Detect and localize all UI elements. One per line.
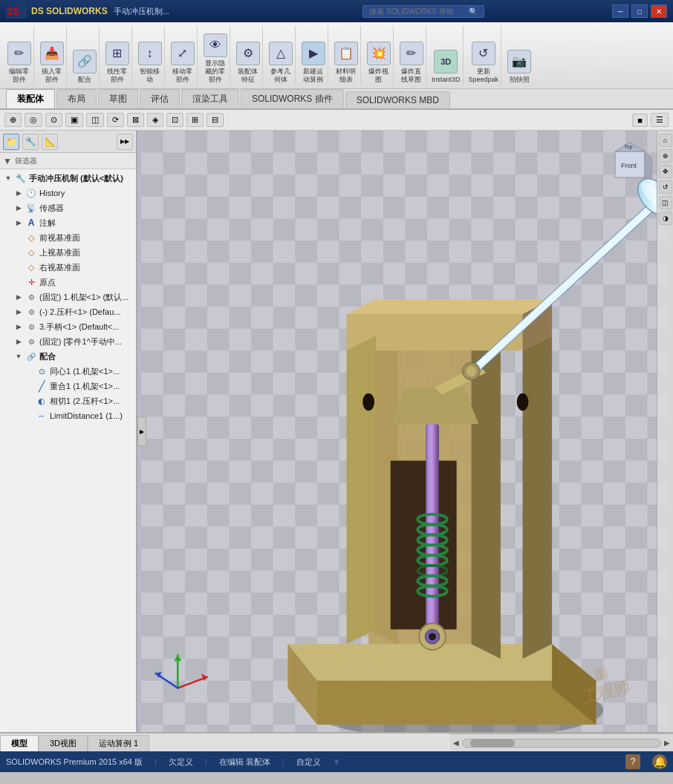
tab-sketch[interactable]: 草图 (98, 89, 138, 108)
help-button[interactable]: ? (625, 754, 640, 769)
main-toolbar: ✏ 编辑零 部件 📥 插入零 部件 🔗 配合 ⊞ 线性零 部件 ↕ 智能移 动 … (0, 22, 673, 89)
scrollbar-area: ◀ ▶ (450, 734, 673, 751)
mate-label: 配合 (78, 76, 91, 84)
smart-move-icon[interactable]: ↕ (138, 42, 162, 65)
view-btn-7[interactable]: ⊠ (127, 113, 144, 127)
speedpak-icon[interactable]: ↺ (472, 42, 495, 65)
panel-tab-config[interactable]: 📐 (42, 134, 58, 150)
tree-item-top-plane[interactable]: ◇ 上视基准面 (0, 245, 136, 260)
view-btn-3[interactable]: ⊙ (45, 113, 62, 127)
horizontal-scrollbar[interactable] (462, 739, 661, 748)
view-btn-5[interactable]: ◫ (86, 113, 104, 127)
tree-item-frame[interactable]: ▶ ⚙ (固定) 1.机架<1> (默认... (0, 290, 136, 304)
top-plane-icon: ◇ (25, 246, 37, 258)
view-options-btn[interactable]: ☰ (651, 113, 669, 127)
tab-layout[interactable]: 布局 (56, 89, 97, 108)
tree-item-origin[interactable]: ✛ 原点 (0, 275, 136, 290)
explode-sketch-icon[interactable]: ✏ (400, 42, 423, 65)
explode-view-icon[interactable]: 💥 (367, 42, 391, 65)
view-section-btn[interactable]: ◫ (659, 196, 672, 209)
panel-expand-btn[interactable]: ▶▶ (117, 134, 133, 150)
svg-point-31 (466, 366, 476, 376)
tree-item-concentric1[interactable]: ⊙ 同心1 (1.机架<1>... (0, 364, 136, 379)
handle-expand-icon: ▶ (13, 321, 24, 332)
tab-assembly[interactable]: 装配体 (6, 89, 55, 108)
tab-motion-study[interactable]: 运动算例 1 (88, 735, 149, 751)
svg-text:Top: Top (624, 144, 632, 150)
view-cube[interactable]: Front Top (608, 137, 652, 181)
view-btn-8[interactable]: ◈ (147, 113, 163, 127)
ref-geom-icon[interactable]: △ (269, 42, 293, 65)
view-display-btn[interactable]: ■ (632, 114, 648, 127)
tree-item-annotations[interactable]: ▶ A 注解 (0, 215, 136, 230)
view-pan-btn[interactable]: ✥ (659, 165, 672, 178)
tree-item-tangent1[interactable]: ◐ 相切1 (2.压杆<1>... (0, 393, 136, 408)
view-home-btn[interactable]: ⌂ (659, 134, 672, 147)
tab-3d-view[interactable]: 3D视图 (39, 735, 88, 751)
main-content: 📁 🔧 📐 ▶▶ ▼ 筛选器 ▼ 🔧 手动冲压机制 (默认<默认) ▶ 🕐 Hi… (0, 131, 673, 732)
scrollbar-thumb[interactable] (470, 739, 515, 747)
close-button[interactable]: ✕ (651, 4, 667, 18)
view-zoom-btn[interactable]: ⊕ (659, 149, 672, 163)
filter-bar: ▼ 筛选器 (0, 153, 136, 169)
minimize-button[interactable]: ─ (612, 4, 628, 18)
tree-item-right-plane[interactable]: ◇ 右视基准面 (0, 260, 136, 275)
snapshot-icon[interactable]: 📷 (507, 50, 531, 74)
tree-history-label: History (39, 189, 65, 197)
tree-item-handle[interactable]: ▶ ⚙ 3.手柄<1> (Default<... (0, 319, 136, 334)
tab-evaluate[interactable]: 评估 (140, 89, 180, 108)
show-hide-icon[interactable]: 👁 (204, 33, 227, 57)
notifications-button[interactable]: 🔔 (652, 754, 667, 769)
mate-icon[interactable]: 🔗 (73, 50, 97, 74)
root-expand-icon: ▼ (3, 173, 13, 183)
view-appearance-btn[interactable]: ◑ (659, 212, 672, 225)
assembly-feature-icon[interactable]: ⚙ (236, 42, 260, 65)
viewport[interactable]: Front Top 国 工程师 ⌂ ⊕ ✥ ↺ ◫ ◑ ▶ (137, 131, 673, 732)
maximize-button[interactable]: □ (631, 4, 648, 18)
search-input[interactable] (369, 7, 466, 16)
instant3d-icon[interactable]: 3D (434, 50, 458, 74)
scroll-left-btn[interactable]: ◀ (453, 739, 459, 747)
view-btn-6[interactable]: ⟳ (107, 113, 124, 127)
expand-left-panel-btn[interactable]: ▶ (137, 416, 146, 446)
view-btn-10[interactable]: ⊞ (186, 113, 204, 127)
tab-solidworks-mbd[interactable]: SOLIDWORKS MBD (345, 91, 450, 108)
tree-item-rod[interactable]: ▶ ⚙ (-) 2.压杆<1> (Defau... (0, 304, 136, 319)
tab-solidworks-plugins[interactable]: SOLIDWORKS 插件 (241, 89, 344, 108)
bottom-bar: 模型 3D视图 运动算例 1 ◀ ▶ (0, 732, 673, 751)
view-btn-2[interactable]: ◎ (25, 113, 42, 127)
linear-icon[interactable]: ⊞ (105, 42, 129, 65)
tree-area[interactable]: ▼ 🔧 手动冲压机制 (默认<默认) ▶ 🕐 History ▶ 📡 传感器 ▶… (0, 169, 136, 732)
tree-item-coincident1[interactable]: ╱ 重合1 (1.机架<1>... (0, 379, 136, 393)
model-tabs: 模型 3D视图 运动算例 1 (0, 734, 149, 751)
svg-point-46 (362, 393, 374, 411)
tree-item-limit-distance1[interactable]: ↔ LimitDistance1 (1...) (0, 408, 136, 423)
tree-item-mates[interactable]: ▼ 🔗 配合 (0, 349, 136, 364)
frame-icon: ⚙ (25, 291, 37, 303)
view-btn-4[interactable]: ▣ (65, 113, 83, 127)
root-assembly-icon: 🔧 (15, 172, 27, 184)
panel-tab-tree[interactable]: 📁 (3, 134, 19, 150)
panel-tab-properties[interactable]: 🔧 (22, 134, 39, 150)
tree-right-plane-label: 右视基准面 (39, 262, 80, 273)
view-btn-9[interactable]: ⊡ (166, 113, 183, 127)
tree-item-sensors[interactable]: ▶ 📡 传感器 (0, 200, 136, 215)
toolbar-edit-part: ✏ 编辑零 部件 (4, 26, 34, 85)
move-part-icon[interactable]: ⤢ (171, 42, 195, 65)
tab-model[interactable]: 模型 (0, 735, 39, 751)
tree-item-part1[interactable]: ▶ ⚙ (固定) [零件1^手动中... (0, 334, 136, 349)
tree-root[interactable]: ▼ 🔧 手动冲压机制 (默认<默认) (0, 171, 136, 186)
view-btn-1[interactable]: ⊕ (4, 113, 22, 127)
scroll-right-btn[interactable]: ▶ (664, 739, 670, 747)
tree-item-history[interactable]: ▶ 🕐 History (0, 186, 136, 200)
edit-part-icon[interactable]: ✏ (7, 42, 31, 65)
insert-part-icon[interactable]: 📥 (40, 42, 64, 65)
tree-item-front-plane[interactable]: ◇ 前视基准面 (0, 230, 136, 245)
view-rotate-btn[interactable]: ↺ (659, 180, 672, 194)
tab-render[interactable]: 渲染工具 (181, 89, 239, 108)
tree-origin-label: 原点 (39, 277, 56, 288)
new-motion-icon[interactable]: ▶ (302, 42, 325, 65)
view-btn-11[interactable]: ⊟ (207, 113, 224, 127)
bom-icon[interactable]: 📋 (334, 42, 358, 65)
top-plane-expand-icon (13, 247, 24, 258)
